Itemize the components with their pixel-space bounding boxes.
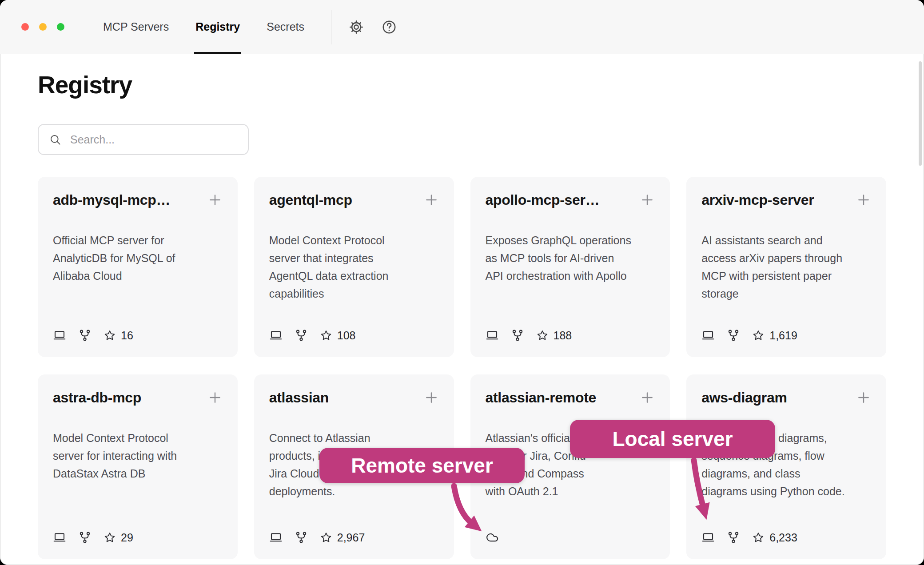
- server-card[interactable]: arxiv-mcp-server AI assistants search an…: [686, 177, 886, 357]
- server-description: Model Context Protocol server that integ…: [269, 231, 439, 302]
- server-card-footer: 108: [269, 329, 439, 342]
- server-name: atlassian: [269, 390, 329, 406]
- remote-cloud-icon: [486, 531, 499, 544]
- titlebar-divider: [331, 10, 331, 44]
- add-server-button[interactable]: [640, 192, 655, 207]
- titlebar: MCP Servers Registry Secrets: [0, 0, 924, 54]
- server-card-footer: 16: [53, 329, 223, 342]
- local-server-icon: [701, 531, 715, 544]
- local-server-icon: [269, 329, 283, 342]
- server-card-footer: 29: [53, 531, 223, 544]
- star-count: 29: [104, 531, 133, 544]
- settings-gear-icon[interactable]: [348, 19, 364, 35]
- add-server-button[interactable]: [424, 192, 439, 207]
- server-name: apollo-mcp-ser…: [486, 192, 600, 208]
- server-description: AI assistants search and access arXiv pa…: [701, 231, 871, 302]
- github-icon[interactable]: [78, 531, 92, 544]
- star-icon: [320, 531, 332, 544]
- server-name: adb-mysql-mcp…: [53, 192, 170, 208]
- close-window-button[interactable]: [21, 23, 29, 31]
- server-card-footer: [486, 531, 655, 544]
- add-server-button[interactable]: [640, 390, 655, 405]
- server-name: aws-diagram: [701, 390, 787, 406]
- search-input[interactable]: [69, 133, 239, 147]
- github-icon[interactable]: [78, 329, 92, 342]
- page-title: Registry: [38, 71, 886, 99]
- server-grid: adb-mysql-mcp… Official MCP server for A…: [38, 177, 886, 559]
- server-card-footer: 2,967: [269, 531, 439, 544]
- tab-mcp-servers[interactable]: MCP Servers: [90, 0, 182, 54]
- add-server-button[interactable]: [856, 390, 871, 405]
- server-name: agentql-mcp: [269, 192, 352, 208]
- search-icon: [49, 134, 61, 146]
- github-icon[interactable]: [511, 329, 524, 342]
- app-window: MCP Servers Registry Secrets Registry ad…: [0, 0, 924, 565]
- server-description: Exposes GraphQL operations as MCP tools …: [486, 231, 655, 285]
- local-server-callout: Local server: [570, 420, 775, 458]
- tab-registry[interactable]: Registry: [182, 0, 253, 54]
- server-card[interactable]: adb-mysql-mcp… Official MCP server for A…: [38, 177, 238, 357]
- local-server-icon: [701, 329, 715, 342]
- local-server-icon: [53, 329, 66, 342]
- server-card[interactable]: apollo-mcp-ser… Exposes GraphQL operatio…: [470, 177, 670, 357]
- add-server-button[interactable]: [207, 192, 223, 207]
- add-server-button[interactable]: [424, 390, 439, 405]
- star-icon: [104, 329, 116, 342]
- github-icon[interactable]: [295, 329, 308, 342]
- star-count: 108: [320, 329, 356, 342]
- star-icon: [752, 531, 765, 544]
- github-icon[interactable]: [727, 329, 740, 342]
- star-count: 6,233: [752, 531, 797, 544]
- github-icon[interactable]: [727, 531, 740, 544]
- server-card-footer: 188: [486, 329, 655, 342]
- star-icon: [104, 531, 116, 544]
- help-icon[interactable]: [381, 19, 397, 35]
- server-card-footer: 6,233: [701, 531, 871, 544]
- add-server-button[interactable]: [207, 390, 223, 405]
- github-icon[interactable]: [295, 531, 308, 544]
- tab-secrets[interactable]: Secrets: [253, 0, 318, 54]
- local-server-icon: [53, 531, 66, 544]
- local-server-icon: [486, 329, 499, 342]
- star-icon: [536, 329, 549, 342]
- server-description: Official MCP server for AnalyticDB for M…: [53, 231, 223, 285]
- server-name: astra-db-mcp: [53, 390, 141, 406]
- local-server-icon: [269, 531, 283, 544]
- server-card[interactable]: astra-db-mcp Model Context Protocol serv…: [38, 374, 238, 559]
- scrollbar-thumb[interactable]: [919, 61, 922, 166]
- star-icon: [752, 329, 765, 342]
- search-box: [38, 124, 249, 155]
- star-count: 16: [104, 329, 133, 342]
- server-name: arxiv-mcp-server: [701, 192, 814, 208]
- nav-tabs: MCP Servers Registry Secrets: [90, 0, 318, 54]
- star-icon: [320, 329, 332, 342]
- server-description: Model Context Protocol server for intera…: [53, 429, 223, 482]
- server-card[interactable]: aws-diagram Generate AWS diagrams, seque…: [686, 374, 886, 559]
- star-count: 1,619: [752, 329, 797, 342]
- server-card-footer: 1,619: [701, 329, 871, 342]
- server-name: atlassian-remote: [486, 390, 597, 406]
- remote-server-callout: Remote server: [319, 448, 525, 483]
- server-card[interactable]: agentql-mcp Model Context Protocol serve…: [254, 177, 454, 357]
- zoom-window-button[interactable]: [57, 23, 64, 31]
- add-server-button[interactable]: [856, 192, 871, 207]
- star-count: 2,967: [320, 531, 365, 544]
- star-count: 188: [536, 329, 572, 342]
- registry-page: Registry adb-mysql-mcp… Official MCP ser…: [0, 54, 924, 559]
- window-controls: [0, 23, 64, 31]
- minimize-window-button[interactable]: [39, 23, 47, 31]
